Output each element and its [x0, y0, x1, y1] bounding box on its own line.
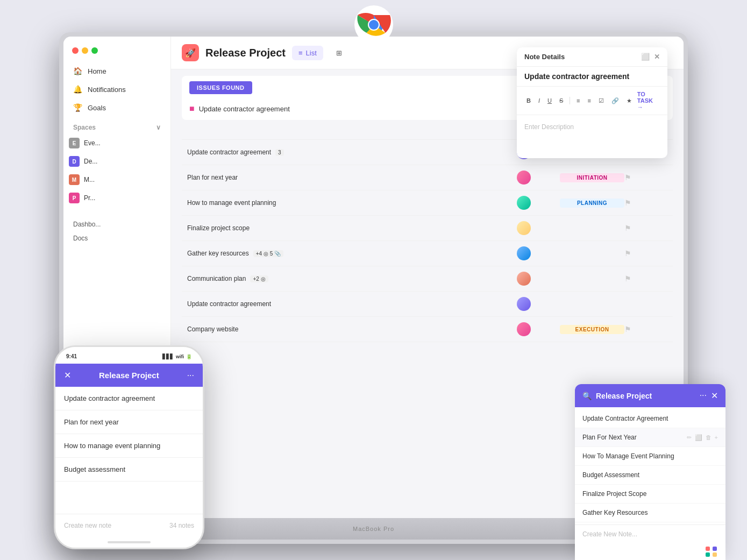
- table-row[interactable]: Finalize project scope ⚑: [182, 216, 673, 241]
- tab-other[interactable]: ⊞: [330, 46, 348, 60]
- phone-note-label-1: Plan for next year: [64, 418, 119, 426]
- traffic-light-yellow[interactable]: [82, 47, 88, 54]
- space-dev-label: De...: [84, 158, 97, 165]
- toolbar-bold[interactable]: B: [524, 96, 533, 105]
- table-row[interactable]: Plan for next year INITIATION ⚑: [182, 165, 673, 190]
- table-row[interactable]: Company website EXECUTION ⚑: [182, 317, 673, 342]
- notes-close-icon[interactable]: ✕: [711, 391, 718, 401]
- issues-dot-icon: ■: [189, 104, 195, 114]
- phone-note-item-1[interactable]: Plan for next year: [55, 410, 203, 434]
- phone-status-icons: ▋▋▋ wifi 🔋: [162, 353, 192, 359]
- task-name-1: Plan for next year: [187, 174, 238, 181]
- sidebar-goals-label: Goals: [88, 104, 106, 112]
- toolbar-list-ul[interactable]: ≡: [574, 96, 582, 105]
- table-row[interactable]: How to manage event planning PLANNING ⚑: [182, 190, 673, 216]
- popup-body[interactable]: Enter Description: [517, 115, 667, 158]
- home-icon: 🏠: [73, 67, 82, 75]
- popup-header: Note Details ⬜ ✕: [517, 47, 667, 67]
- priority-flag-7: ⚑: [624, 325, 667, 334]
- traffic-light-red[interactable]: [72, 47, 79, 54]
- app-dot-2: [713, 547, 717, 551]
- to-task-button[interactable]: TO TASK →: [637, 91, 660, 110]
- phone-close-button[interactable]: ✕: [64, 370, 71, 380]
- toolbar-underline[interactable]: U: [545, 96, 554, 105]
- notes-item-2[interactable]: How To Manage Event Planning: [575, 447, 725, 466]
- stage-badge-2: PLANNING: [560, 199, 624, 208]
- task-meta-4: +4 ◎ 5 📎: [253, 250, 283, 257]
- svg-point-3: [369, 20, 379, 30]
- notes-copy-icon[interactable]: ⬜: [695, 434, 702, 441]
- space-badge-e: E: [69, 138, 80, 148]
- notes-item-label-3: Budget Assessment: [582, 471, 639, 479]
- notes-delete-icon[interactable]: 🗑: [706, 434, 712, 441]
- popup-note-title[interactable]: Update contractor agreement: [517, 67, 667, 87]
- to-task-label: TO TASK →: [637, 91, 660, 110]
- notes-item-4[interactable]: Finalize Project Scope: [575, 485, 725, 504]
- phone-note-item-0[interactable]: Update contractor agreement: [55, 387, 203, 410]
- app-dot-1: [706, 547, 710, 551]
- phone-header: ✕ Release Project ···: [55, 364, 203, 387]
- sidebar-dashboard[interactable]: Dashbo...: [63, 217, 170, 231]
- space-item-pro[interactable]: P Pr...: [63, 189, 170, 207]
- notes-panel-title-text: Release Project: [596, 392, 652, 400]
- spaces-toggle-icon[interactable]: ∨: [156, 124, 161, 131]
- sidebar-bottom: Dashbo... Docs: [63, 217, 170, 245]
- toolbar-strike[interactable]: S: [557, 96, 565, 105]
- scene: 🏠 Home 🔔 Notifications 🏆 Goals: [0, 0, 747, 560]
- row-avatar-7: [517, 322, 531, 336]
- toolbar-italic[interactable]: I: [536, 96, 542, 105]
- phone-notch-area: 9:41 ▋▋▋ wifi 🔋: [55, 347, 203, 364]
- table-row[interactable]: Update contractor agreement: [182, 292, 673, 317]
- popup-minimize-icon[interactable]: ⬜: [641, 53, 650, 61]
- notes-item-3[interactable]: Budget Assessment: [575, 466, 725, 485]
- space-item-dev[interactable]: D De...: [63, 153, 170, 170]
- notes-more-icon[interactable]: ···: [700, 391, 707, 401]
- table-row[interactable]: Communication plan +2 ◎ ⚑: [182, 266, 673, 292]
- notes-item-label-5: Gather Key Resources: [582, 509, 648, 516]
- col-task: [187, 130, 517, 136]
- notes-item-5[interactable]: Gather Key Resources: [575, 504, 725, 522]
- row-avatar-6: [517, 297, 531, 311]
- notes-search-icon[interactable]: 🔍: [582, 392, 592, 400]
- notes-footer: Create New Note...: [575, 524, 725, 543]
- phone-status-bar: 9:41 ▋▋▋ wifi 🔋: [55, 351, 203, 361]
- toolbar-list-ol[interactable]: ≡: [585, 96, 593, 105]
- sidebar-docs[interactable]: Docs: [63, 231, 170, 245]
- row-left: Communication plan +2 ◎: [187, 275, 517, 282]
- phone-note-item-2[interactable]: How to manage event planning: [55, 434, 203, 458]
- popup-expand-icon[interactable]: ✕: [654, 53, 660, 61]
- task-name-2: How to manage event planning: [187, 199, 276, 207]
- macbook-label: MacBook Pro: [353, 526, 394, 532]
- space-item-mar[interactable]: M M...: [63, 171, 170, 188]
- space-eve-label: Eve...: [84, 139, 101, 147]
- toolbar-star[interactable]: ★: [624, 96, 634, 105]
- notes-panel-title: 🔍 Release Project: [582, 392, 652, 400]
- toolbar-checkbox[interactable]: ☑: [596, 96, 606, 105]
- notes-add-icon[interactable]: +: [715, 434, 718, 441]
- traffic-light-green[interactable]: [91, 47, 98, 54]
- space-item-eve[interactable]: E Eve...: [63, 134, 170, 152]
- phone-home-indicator: [108, 541, 151, 543]
- notes-item-label-2: How To Manage Event Planning: [582, 452, 674, 460]
- notes-edit-icon[interactable]: ✏: [687, 434, 692, 441]
- notes-create-input[interactable]: Create New Note...: [582, 530, 718, 538]
- apps-grid: [706, 547, 718, 557]
- sidebar-notifications-label: Notifications: [88, 86, 126, 94]
- phone-more-icon[interactable]: ···: [187, 371, 194, 380]
- popup-description-placeholder: Enter Description: [524, 123, 574, 131]
- mobile-phone: 9:41 ▋▋▋ wifi 🔋 ✕ Release Project ··· Up…: [54, 345, 204, 549]
- notes-item-1[interactable]: Plan For Next Year ✏ ⬜ 🗑 +: [575, 428, 725, 447]
- notes-panel-icons: ··· ✕: [700, 391, 718, 401]
- sidebar-item-goals[interactable]: 🏆 Goals: [68, 99, 166, 116]
- task-meta-5: +2 ◎: [250, 275, 268, 282]
- tab-list[interactable]: ≡ List: [292, 46, 323, 60]
- sidebar-item-notifications[interactable]: 🔔 Notifications: [68, 81, 166, 98]
- table-row[interactable]: Gather key resources +4 ◎ 5 📎 ⚑: [182, 241, 673, 266]
- phone-create-note-label[interactable]: Create new note: [64, 522, 111, 529]
- phone-note-item-3[interactable]: Budget assessment: [55, 458, 203, 481]
- toolbar-link[interactable]: 🔗: [609, 96, 621, 105]
- row-left: Finalize project scope: [187, 224, 517, 232]
- traffic-lights: [63, 47, 170, 62]
- sidebar-item-home[interactable]: 🏠 Home: [68, 62, 166, 80]
- notes-item-0[interactable]: Update Contractor Agreement: [575, 409, 725, 428]
